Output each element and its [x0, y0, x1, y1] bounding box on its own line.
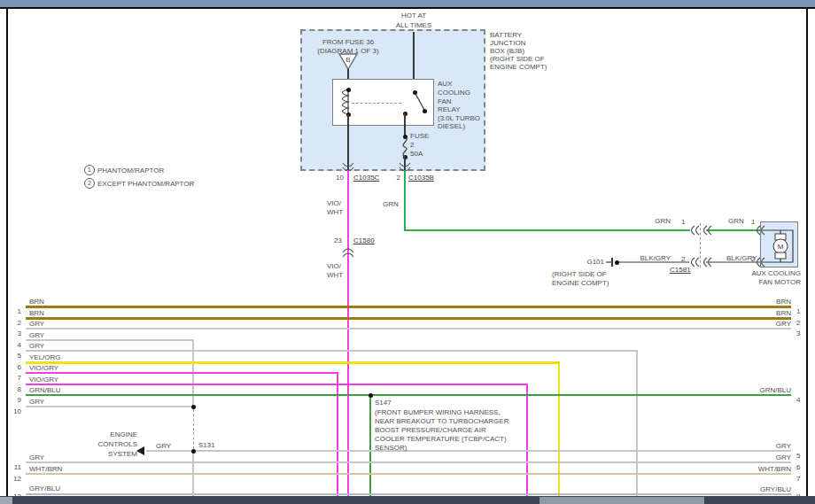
- wire-color-label: BRN: [29, 298, 44, 306]
- component-pin-icon: [752, 224, 766, 236]
- wire-color-label: GRY: [156, 442, 171, 450]
- connector-link-c1580[interactable]: C1580: [353, 236, 375, 244]
- fuse-rating-label: 50A: [410, 150, 423, 158]
- wire-vio-gry-7-vertical: [337, 372, 338, 496]
- note-1-text: PHANTOM/RAPTOR: [97, 167, 164, 174]
- splice-s147-note-line: COOLER TEMPERATURE (TCBP/CACT): [375, 435, 507, 443]
- splice-s147-note-line: SENSOR): [375, 444, 407, 452]
- wire-brn-2: [26, 317, 791, 320]
- wire-color-label: GRY: [702, 454, 791, 461]
- motor-caption-line: AUX COOLING: [742, 269, 801, 277]
- wire-grn-horizontal: [404, 229, 690, 231]
- connector-link-c1035b[interactable]: C1035B: [408, 174, 434, 182]
- power-source-label-line1: HOT AT: [378, 12, 449, 19]
- ground-location-line: ENGINE COMPT): [552, 279, 609, 287]
- wire-vio-gry-8: [26, 384, 528, 385]
- wire-color-label: GRY: [29, 398, 44, 406]
- wire-number-right: 5: [796, 452, 800, 460]
- motor-caption-line: FAN MOTOR: [742, 278, 801, 286]
- wire-color-label: VIO/GRY: [29, 364, 58, 372]
- fuse-number-label: 2: [410, 141, 414, 149]
- from-fuse-label-line1: FROM FUSE 36: [295, 38, 401, 46]
- splice-s147-note-line: NEAR BREAKOUT TO TURBOCHARGER: [375, 417, 508, 425]
- wire-number-right: 6: [796, 463, 800, 471]
- wire-color-label: GRY: [29, 320, 44, 328]
- wire-color-label: GRY/BLU: [702, 485, 791, 493]
- engine-controls-line: CONTROLS: [84, 440, 137, 448]
- ground-id-label: G101: [576, 258, 604, 266]
- coil-terminal-dot: [346, 88, 351, 92]
- wire-gry-blu-13: [26, 493, 791, 495]
- wire-vio-wht-vertical: [347, 170, 349, 496]
- wire-color-label: GRN: [635, 217, 671, 225]
- wire-color-label: GRY: [29, 342, 44, 350]
- wire-color-label: WHT: [327, 208, 343, 216]
- wire-grn-blu-9-vertical: [369, 395, 371, 496]
- connector-half-icon: [699, 256, 713, 268]
- wire-color-label: BRN: [702, 298, 791, 306]
- power-source-label-line2: ALL TIMES: [378, 21, 449, 29]
- connector-half-icon: [699, 224, 713, 236]
- wire-brn-1: [26, 306, 791, 308]
- splice-s147-dot: [369, 393, 373, 398]
- wire-number-right: 3: [796, 330, 800, 337]
- wire-yel-org-6: [26, 361, 560, 364]
- relay-caption-line: FAN: [438, 97, 452, 105]
- wire-color-label: GRY: [29, 331, 44, 339]
- connector-pin-number: 10: [330, 174, 344, 182]
- wiring-diagram-canvas: HOT AT ALL TIMES BATTERY JUNCTION BOX (B…: [0, 0, 815, 504]
- splice-dashed-link: [193, 409, 194, 449]
- wire-vio-gry-8-vertical: [526, 384, 528, 496]
- wire-color-label: BLK/GRY: [635, 254, 671, 262]
- wire-color-label: GRN: [728, 217, 744, 225]
- wire-color-label: WHT: [327, 271, 343, 279]
- triangle-b-reference-icon[interactable]: B: [338, 51, 359, 71]
- fuse-terminal-dot: [403, 135, 408, 139]
- wire-color-label: WHT/BRN: [702, 465, 791, 473]
- connector-pin-number: 2: [681, 255, 685, 263]
- connector-link-c1035c[interactable]: C1035C: [353, 174, 379, 182]
- wire-gry-11: [26, 461, 791, 463]
- wire-gry-10: [26, 406, 193, 407]
- wire-color-label: GRN/BLU: [29, 386, 61, 394]
- wire-color-label: GRY/BLU: [29, 485, 60, 492]
- ground-terminal-dot: [615, 260, 619, 265]
- relay-caption-line: COOLING: [438, 89, 470, 97]
- svg-text:B: B: [345, 56, 350, 64]
- wire-color-label: WHT/BRN: [29, 465, 62, 473]
- wire-color-label: GRN: [383, 200, 399, 208]
- ground-location-line: (RIGHT SIDE OF: [552, 270, 607, 278]
- svg-text:M: M: [778, 243, 784, 251]
- relay-caption-line: DIESEL): [438, 122, 465, 130]
- wire-number-right: 4: [796, 396, 800, 404]
- wire-gry-s131: [146, 450, 791, 452]
- wire-gry-4: [26, 339, 194, 341]
- horizontal-scrollbar-thumb[interactable]: [539, 497, 704, 504]
- switch-contact-dot: [413, 90, 417, 95]
- wire-number-right: 2: [796, 319, 800, 327]
- splice-s147-label: S147: [375, 399, 392, 407]
- wire-color-label: BRN: [29, 309, 44, 317]
- component-pin-icon: [752, 256, 766, 268]
- fuse-name-label: FUSE: [410, 132, 429, 140]
- wire-wht-brn-12: [26, 473, 791, 475]
- connector-link-c1581[interactable]: C1581: [670, 266, 691, 274]
- wire-color-label: GRN/BLU: [702, 386, 791, 394]
- wire-grn-vertical: [404, 170, 406, 231]
- splice-s131-label: S131: [198, 441, 215, 449]
- wire-color-label: VIO/: [327, 262, 341, 270]
- wire-number-right: 1: [796, 307, 800, 315]
- wire-yel-org-6-vertical: [558, 361, 560, 496]
- wire-gry-3: [26, 328, 791, 330]
- wire-vio-gry-7: [26, 372, 338, 374]
- bjb-caption-line: ENGINE COMPT): [490, 63, 547, 71]
- splice-s147-note-line: (FRONT BUMPER WIRING HARNESS,: [375, 408, 501, 416]
- scrollbar-left-grip[interactable]: [0, 497, 12, 504]
- bjb-caption-line: BATTERY: [490, 31, 522, 39]
- relay-caption-line: (3.0L TURBO: [438, 114, 480, 122]
- note-1-circle-icon: 1: [84, 165, 95, 175]
- bjb-caption-line: (RIGHT SIDE OF: [490, 55, 545, 63]
- connector-pin-number: 1: [681, 218, 685, 226]
- frame-right-border: [806, 9, 808, 496]
- bjb-caption-line: JUNCTION: [490, 39, 525, 47]
